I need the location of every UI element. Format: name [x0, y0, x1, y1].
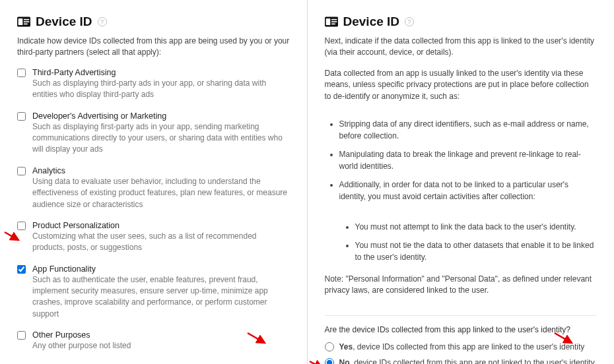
radio-yes-input[interactable]: [325, 342, 334, 351]
list-item: Manipulating data to break the linkage a…: [339, 148, 597, 172]
checkbox-other-purposes[interactable]: [17, 331, 26, 340]
question-text: Are the device IDs collected from this a…: [325, 325, 597, 334]
list-item: Additionally, in order for data not to b…: [339, 179, 597, 202]
explain-text: Data collected from an app is usually li…: [325, 68, 597, 102]
option-desc: Using data to evaluate user behavior, in…: [32, 176, 290, 210]
divider: [325, 315, 597, 316]
id-card-icon: [325, 16, 338, 27]
svg-line-12: [310, 361, 322, 364]
radio-no-input[interactable]: [325, 358, 334, 364]
option-third-party-advertising[interactable]: Third-Party Advertising Such as displayi…: [17, 68, 290, 101]
radio-label: No, device IDs collected from this app a…: [339, 358, 595, 364]
option-analytics[interactable]: Analytics Using data to evaluate user be…: [17, 166, 290, 210]
svg-rect-11: [331, 24, 335, 25]
svg-rect-1: [18, 18, 23, 25]
help-icon[interactable]: ?: [98, 17, 107, 26]
title-row: Device ID ?: [17, 15, 290, 29]
annotation-arrow-icon: [309, 359, 326, 364]
checkbox-third-party-advertising[interactable]: [17, 69, 26, 77]
sub-bullet-list: You must not attempt to link the data ba…: [355, 221, 597, 270]
option-label: App Functionality: [32, 264, 290, 274]
option-developer-advertising[interactable]: Developer's Advertising or Marketing Suc…: [17, 111, 290, 156]
checkbox-developer-advertising[interactable]: [17, 112, 26, 121]
checkbox-product-personalization[interactable]: [17, 222, 26, 230]
option-other-purposes[interactable]: Other Purposes Any other purpose not lis…: [17, 330, 290, 351]
option-label: Product Personalization: [32, 221, 290, 230]
panel-linked-identity: Device ID ? Next, indicate if the data c…: [308, 0, 615, 364]
list-item: You must not attempt to link the data ba…: [355, 221, 597, 233]
option-desc: Any other purpose not listed: [32, 340, 290, 351]
list-item: You must not tie the data to other datas…: [355, 239, 597, 263]
usage-options: Third-Party Advertising Such as displayi…: [17, 68, 290, 363]
option-desc: Such as displaying third-party ads in yo…: [32, 78, 290, 101]
option-product-personalization[interactable]: Product Personalization Customizing what…: [17, 221, 290, 254]
id-card-icon: [17, 16, 30, 27]
option-desc: Such as to authenticate the user, enable…: [32, 274, 290, 320]
radio-no[interactable]: No, device IDs collected from this app a…: [325, 358, 597, 364]
option-label: Third-Party Advertising: [32, 68, 290, 77]
svg-rect-4: [24, 24, 28, 25]
radio-yes[interactable]: Yes, device IDs collected from this app …: [325, 342, 597, 351]
intro-text: Next, indicate if the data collected fro…: [325, 36, 597, 59]
option-label: Other Purposes: [32, 330, 290, 340]
option-label: Developer's Advertising or Marketing: [32, 111, 290, 121]
option-desc: Such as displaying first-party ads in yo…: [32, 121, 290, 156]
option-app-functionality[interactable]: App Functionality Such as to authenticat…: [17, 264, 290, 320]
svg-rect-3: [24, 21, 29, 22]
svg-rect-9: [331, 19, 337, 20]
intro-text: Indicate how device IDs collected from t…: [17, 36, 290, 59]
list-item: Stripping data of any direct identifiers…: [339, 118, 597, 142]
option-desc: Customizing what the user sees, such as …: [32, 231, 290, 254]
checkbox-analytics[interactable]: [17, 167, 26, 175]
note-text: Note: "Personal Information" and "Person…: [325, 274, 597, 297]
option-label: Analytics: [32, 166, 290, 175]
svg-rect-8: [325, 18, 330, 25]
help-icon[interactable]: ?: [405, 17, 414, 26]
title-row: Device ID ?: [325, 15, 597, 29]
svg-rect-10: [331, 21, 337, 22]
radio-group: Yes, device IDs collected from this app …: [325, 342, 597, 364]
radio-label: Yes, device IDs collected from this app …: [339, 342, 585, 351]
bullet-list: Stripping data of any direct identifiers…: [339, 118, 597, 209]
svg-line-5: [5, 232, 18, 240]
svg-rect-2: [24, 19, 29, 20]
panel-usage: Device ID ? Indicate how device IDs coll…: [0, 0, 308, 364]
page-title: Device ID: [343, 15, 400, 29]
page-title: Device ID: [36, 15, 92, 29]
checkbox-app-functionality[interactable]: [17, 265, 26, 274]
